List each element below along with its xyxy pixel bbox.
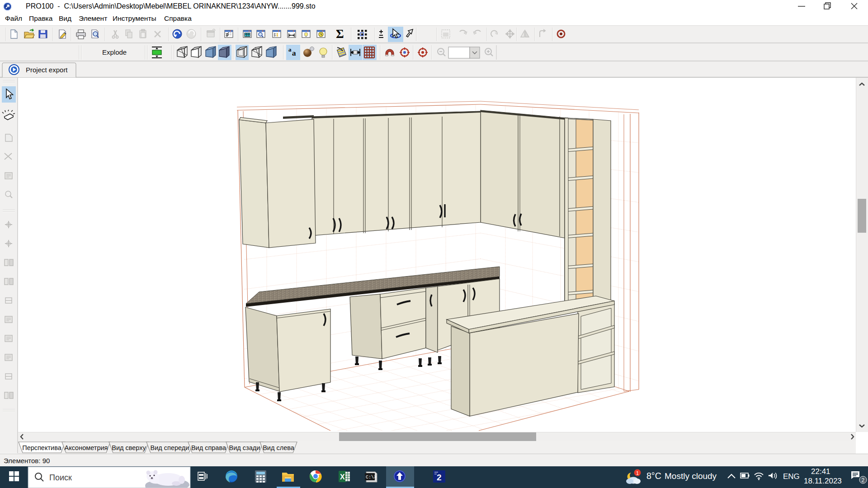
svg-text:Вид справа: Вид справа	[191, 444, 226, 451]
svg-text:8°C: 8°C	[646, 471, 661, 481]
svg-text:22:41: 22:41	[811, 467, 830, 476]
svg-text:C:\>: C:\>	[366, 475, 377, 480]
svg-text:Вид сверху: Вид сверху	[112, 444, 146, 451]
svg-text:18.11.2023: 18.11.2023	[804, 477, 842, 485]
svg-text:2: 2	[437, 473, 442, 482]
svg-text:Вид слева: Вид слева	[263, 444, 295, 451]
svg-text:Explode: Explode	[102, 48, 127, 56]
svg-text:a: a	[292, 49, 296, 57]
svg-text:ENG: ENG	[783, 472, 800, 481]
svg-text:Σ: Σ	[336, 27, 344, 41]
svg-text:a: a	[288, 46, 292, 53]
svg-text:Поиск: Поиск	[49, 473, 72, 482]
svg-text:Mostly cloudy: Mostly cloudy	[665, 471, 717, 481]
svg-text:2: 2	[862, 477, 865, 483]
svg-text:X: X	[340, 473, 345, 481]
svg-text:Вид спереди: Вид спереди	[151, 444, 189, 451]
svg-text:Аксонометрия: Аксонометрия	[65, 444, 108, 451]
svg-text:Перспектива: Перспектива	[22, 444, 62, 451]
svg-text:1: 1	[636, 470, 639, 476]
svg-text:Project export: Project export	[26, 66, 68, 74]
svg-text:Вид сзади: Вид сзади	[229, 444, 260, 451]
